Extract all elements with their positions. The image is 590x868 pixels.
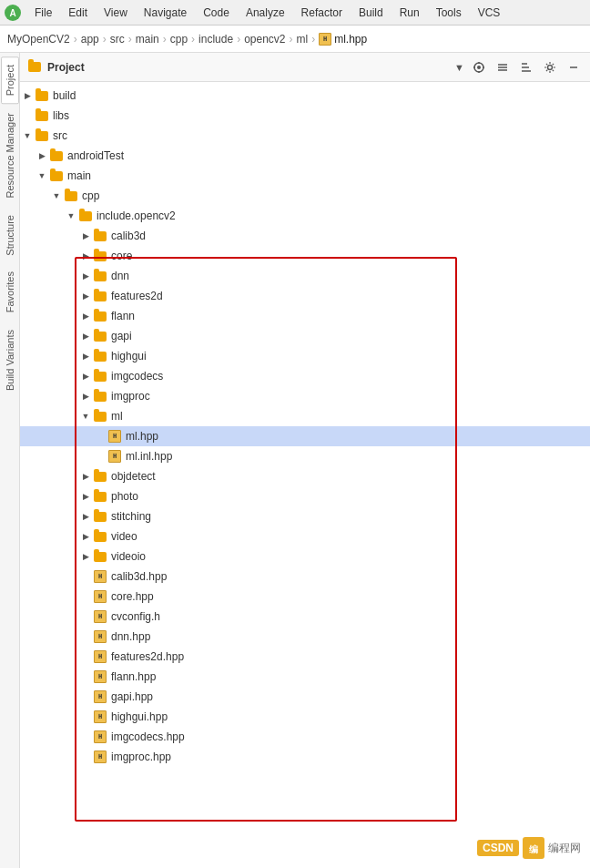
breadcrumb-main[interactable]: main (136, 33, 159, 46)
menu-view[interactable]: View (97, 5, 135, 21)
sidebar-item-project[interactable]: Project (1, 56, 19, 104)
tree-node-objdetect[interactable]: objdetect (20, 466, 590, 486)
folder-icon (93, 349, 107, 363)
minimize-button[interactable] (565, 58, 583, 77)
menu-tools[interactable]: Tools (429, 5, 469, 21)
sidebar-item-resource-manager[interactable]: Resource Manager (2, 106, 18, 206)
menu-build[interactable]: Build (351, 5, 391, 21)
breadcrumb-opencv2[interactable]: opencv2 (244, 33, 285, 46)
folder-icon (93, 369, 107, 383)
tree-node-features2d[interactable]: features2d (20, 286, 590, 306)
sidebar-item-structure[interactable]: Structure (2, 208, 18, 263)
tree-node-dnn-hpp[interactable]: Hdnn.hpp (20, 627, 590, 647)
tree-label-ml: ml (111, 410, 123, 423)
folder-icon (93, 489, 107, 504)
tree-node-imgproc-hpp[interactable]: Himgproc.hpp (20, 747, 590, 767)
svg-point-3 (477, 66, 481, 69)
tree-node-videoio[interactable]: videoio (20, 546, 590, 567)
folder-icon (35, 88, 49, 103)
header-file-icon: H (107, 429, 122, 444)
tree-label-photo: photo (111, 490, 138, 503)
tree-node-features2d-hpp[interactable]: Hfeatures2d.hpp (20, 647, 590, 667)
settings-button[interactable] (541, 58, 559, 77)
tree-node-src[interactable]: src (20, 126, 590, 146)
breadcrumb-myopencv2[interactable]: MyOpenCV2 (7, 33, 70, 46)
tree-node-androidtest[interactable]: androidTest (20, 146, 590, 166)
tree-node-calib3d[interactable]: calib3d (20, 226, 590, 246)
tree-node-flann-hpp[interactable]: Hflann.hpp (20, 667, 590, 687)
tree-label-calib3d: calib3d (111, 230, 146, 242)
menu-file[interactable]: File (27, 5, 59, 21)
breadcrumb-include[interactable]: include (198, 33, 233, 46)
tree-arrow-collapsed (78, 269, 93, 283)
tree-node-imgproc[interactable]: imgproc (20, 386, 590, 406)
breadcrumb-src[interactable]: src (110, 33, 125, 46)
folder-icon (93, 389, 107, 403)
tree-arrow-collapsed (78, 309, 93, 323)
locate-button[interactable] (470, 58, 488, 77)
tree-node-dnn[interactable]: dnn (20, 266, 590, 286)
tree-arrow-leaf (20, 108, 35, 123)
tree-node-ml-hpp[interactable]: Hml.hpp (20, 426, 590, 446)
breadcrumb-app[interactable]: app (81, 33, 99, 46)
header-file-icon: H (93, 569, 107, 584)
tree-node-main[interactable]: main (20, 166, 590, 186)
panel-dropdown-icon[interactable]: ▼ (454, 62, 464, 73)
menu-refactor[interactable]: Refactor (294, 5, 350, 21)
breadcrumb-sep-2: › (103, 33, 107, 46)
tree-arrow-collapsed (78, 349, 93, 363)
breadcrumb-ml[interactable]: ml (297, 33, 309, 46)
menu-analyze[interactable]: Analyze (239, 5, 292, 21)
scroll-button[interactable] (493, 58, 512, 77)
tree-label-imgproc: imgproc (111, 390, 150, 403)
tree-node-imgcodecs-hpp[interactable]: Himgcodecs.hpp (20, 727, 590, 747)
tree-arrow-collapsed (78, 229, 93, 243)
menu-vcs[interactable]: VCS (471, 5, 508, 21)
header-file-icon: H (93, 750, 107, 764)
tree-node-gapi-hpp[interactable]: Hgapi.hpp (20, 687, 590, 707)
tree-node-cpp[interactable]: cpp (20, 186, 590, 206)
menu-code[interactable]: Code (196, 5, 237, 21)
menu-run[interactable]: Run (392, 5, 427, 21)
tree-arrow-leaf (93, 429, 107, 444)
tree-container[interactable]: buildlibssrcandroidTestmaincppinclude.op… (20, 82, 590, 868)
tree-node-ml-inl-hpp[interactable]: Hml.inl.hpp (20, 446, 590, 466)
tree-node-include-opencv2[interactable]: include.opencv2 (20, 206, 590, 226)
locate-icon (473, 61, 485, 74)
tree-arrow-leaf (78, 689, 93, 704)
menu-navigate[interactable]: Navigate (137, 5, 194, 21)
tree-node-ml[interactable]: ml (20, 406, 590, 426)
tree-arrow-leaf (78, 710, 93, 724)
sidebar-item-favorites[interactable]: Favorites (2, 264, 18, 320)
tree-node-core[interactable]: core (20, 246, 590, 266)
sort-button[interactable] (517, 58, 535, 77)
tree-node-gapi[interactable]: gapi (20, 326, 590, 346)
tree-arrow-collapsed (78, 329, 93, 343)
tree-node-libs[interactable]: libs (20, 106, 590, 126)
sidebar-item-build-variants[interactable]: Build Variants (2, 322, 18, 398)
tree-arrow-leaf (78, 669, 93, 684)
tree-label-calib3d-hpp: calib3d.hpp (111, 570, 167, 583)
tree-node-flann[interactable]: flann (20, 306, 590, 326)
tree-node-imgcodecs[interactable]: imgcodecs (20, 366, 590, 386)
tree-label-gapi: gapi (111, 330, 132, 342)
tree-node-core-hpp[interactable]: Hcore.hpp (20, 587, 590, 607)
tree-node-photo[interactable]: photo (20, 486, 590, 506)
tree-node-highgui-hpp[interactable]: Hhighgui.hpp (20, 707, 590, 727)
tree-node-calib3d-hpp[interactable]: Hcalib3d.hpp (20, 567, 590, 587)
menu-edit[interactable]: Edit (61, 5, 95, 21)
folder-icon (93, 329, 107, 343)
tree-arrow-collapsed (78, 369, 93, 383)
breadcrumb-file-icon: H (319, 33, 331, 46)
folder-icon (93, 409, 107, 424)
folder-icon (93, 249, 107, 263)
tree-node-cvconfig-h[interactable]: Hcvconfig.h (20, 607, 590, 627)
breadcrumb-ml-hpp[interactable]: ml.hpp (334, 33, 367, 46)
breadcrumb-cpp[interactable]: cpp (170, 33, 188, 46)
breadcrumb-sep-1: › (74, 33, 77, 46)
tree-node-build[interactable]: build (20, 86, 590, 106)
tree-node-stitching[interactable]: stitching (20, 506, 590, 526)
tree-node-video[interactable]: video (20, 526, 590, 546)
tree-node-highgui[interactable]: highgui (20, 346, 590, 366)
tree-label-highgui-hpp: highgui.hpp (111, 710, 168, 723)
